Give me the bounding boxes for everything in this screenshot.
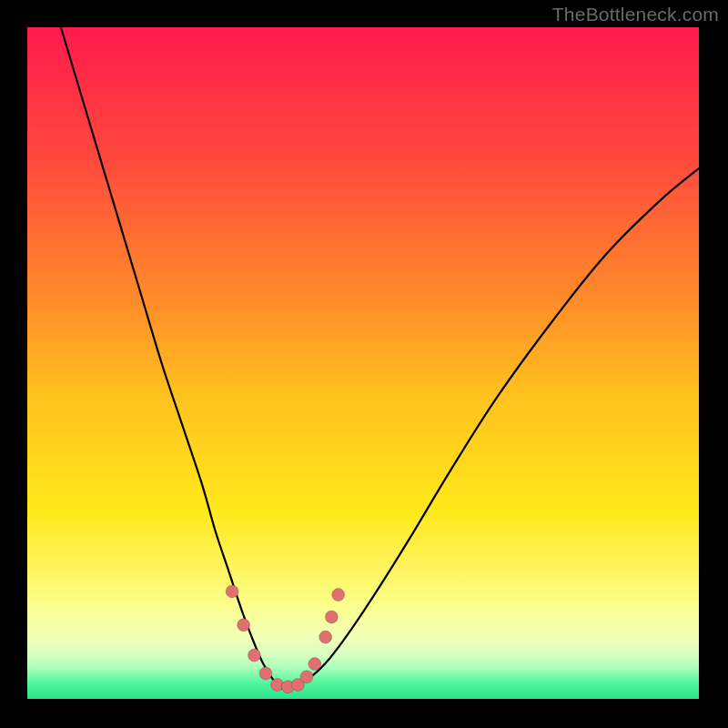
plot-background	[27, 27, 699, 699]
data-marker	[248, 649, 260, 662]
data-marker	[300, 671, 313, 683]
data-marker	[319, 631, 332, 643]
chart-canvas	[0, 0, 728, 728]
data-marker	[325, 611, 338, 623]
watermark-label: TheBottleneck.com	[552, 4, 719, 25]
chart-stage: TheBottleneck.com	[0, 0, 728, 728]
data-marker	[259, 667, 272, 680]
data-marker	[238, 619, 250, 632]
data-marker	[332, 589, 345, 602]
data-marker	[226, 585, 238, 598]
data-marker	[308, 658, 321, 671]
